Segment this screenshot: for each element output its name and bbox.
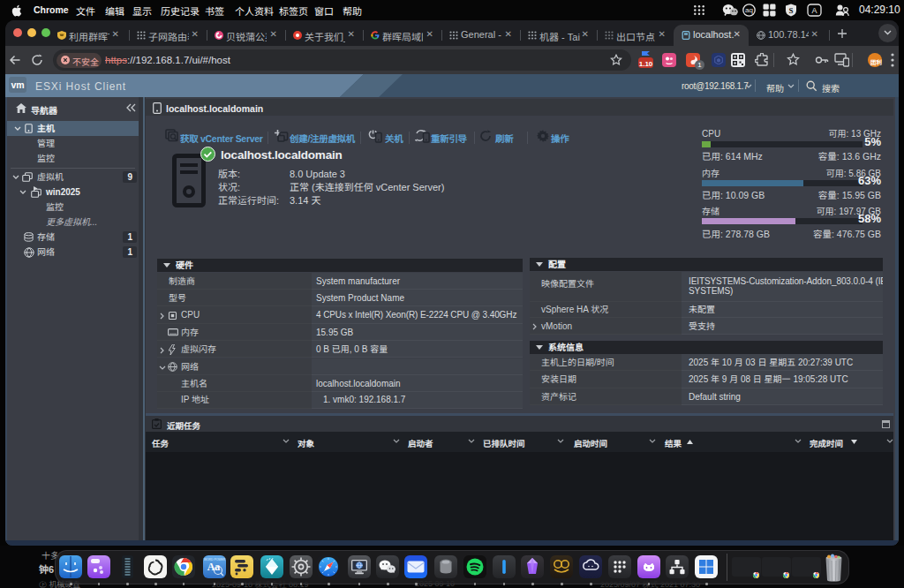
svg-text:A: A [811,6,817,15]
svg-text:WORD POWER: WORD POWER [203,558,225,562]
svg-text:aq: aq [745,6,753,14]
svg-text:1.10: 1.10 [639,60,653,68]
svg-text:S: S [788,6,793,15]
